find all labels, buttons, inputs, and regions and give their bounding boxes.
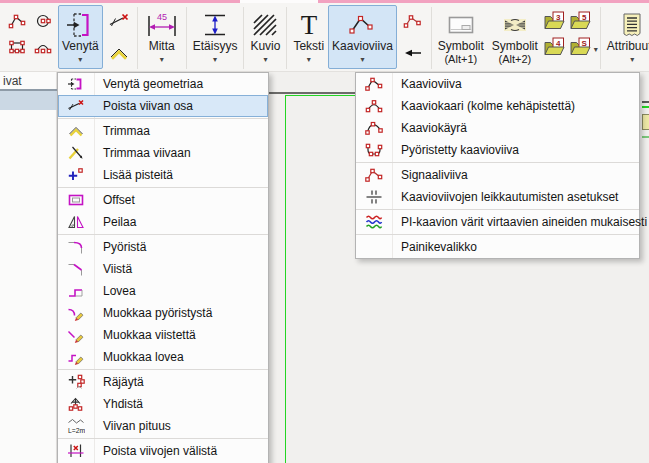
sheet-border-left: [285, 95, 286, 463]
background-highlight-fragment: [642, 114, 649, 130]
menu-item[interactable]: Lovea: [58, 280, 268, 302]
side-panel: ivat: [0, 72, 57, 463]
pi-varit-icon: [356, 213, 392, 231]
menu-separator: [356, 234, 639, 235]
pointer-arrow-button[interactable]: [398, 42, 428, 68]
trim-button[interactable]: [104, 42, 134, 68]
menu-item[interactable]: Muokkaa lovea: [58, 346, 268, 368]
symbol-folder-group: 3 5 4 S ▾: [542, 9, 598, 61]
leikkautumiset-icon: [356, 188, 392, 206]
quick-tools-right-group: [398, 10, 428, 68]
rajayta-icon: [58, 373, 94, 391]
menu-item[interactable]: Yhdistä: [58, 393, 268, 415]
menu-item[interactable]: Muokkaa pyöristystä: [58, 302, 268, 324]
chevron-down-icon: ▾: [360, 55, 364, 64]
trim-chevron-icon: [108, 44, 130, 66]
signal-line-button[interactable]: [398, 10, 428, 36]
menu-item[interactable]: L=2mViivan pituus: [58, 415, 268, 437]
sheet-border-fragment: [642, 136, 649, 138]
circle-tool-button[interactable]: [30, 10, 56, 36]
remove-line-part-button[interactable]: [104, 10, 134, 36]
symbol-folder-3-button[interactable]: 3: [542, 9, 568, 35]
folder-4-icon: 4: [543, 36, 566, 61]
kaavioviiva-icon: [356, 75, 392, 93]
toolbar-separator: [600, 7, 601, 69]
attribuutit-label: Attribuutit: [607, 40, 649, 53]
symbolit-alt2-label: Symbolit: [492, 40, 538, 53]
menu-item[interactable]: Poista viivan osa: [58, 95, 268, 117]
teksti-button[interactable]: T Teksti ▾: [289, 5, 328, 69]
menu-item-label: Trimmaa viivaan: [94, 146, 191, 160]
kaavioviiva-button[interactable]: Kaavioviiva ▾: [328, 5, 397, 69]
svg-text:T: T: [301, 11, 318, 39]
menu-item[interactable]: Kaavioviiva: [356, 73, 639, 95]
side-panel-tab[interactable]: ivat: [0, 72, 56, 88]
menu-item[interactable]: Trimmaa: [58, 120, 268, 142]
attribuutit-button[interactable]: Attribuutit ▾: [603, 5, 649, 69]
toolbar-separator: [243, 7, 244, 69]
venyta-dropdown-menu: Venytä geometriaaPoista viivan osaTrimma…: [57, 72, 269, 463]
menu-item[interactable]: Offset: [58, 189, 268, 211]
symbol-folder-s-button[interactable]: S: [568, 35, 594, 61]
chevron-down-icon: ▾: [630, 55, 634, 64]
menu-item[interactable]: Lisää pisteitä: [58, 164, 268, 186]
chevron-down-icon[interactable]: ▾: [594, 45, 598, 54]
arc-tool-button[interactable]: [30, 36, 56, 62]
menu-item[interactable]: Peilaa: [58, 211, 268, 233]
polyline-tool-button[interactable]: [4, 10, 30, 36]
symbolit-alt1-button[interactable]: Symbolit (Alt+1): [434, 5, 488, 69]
mitta-label: Mitta: [149, 40, 175, 53]
menu-item[interactable]: Pyöristä: [58, 236, 268, 258]
signaaliviiva-icon: [356, 166, 392, 184]
text-icon: T: [297, 9, 321, 40]
muokkaa-lovea-icon: [58, 348, 94, 366]
menu-item[interactable]: Poista viivojen välistä: [58, 440, 268, 462]
kaaviokayra-icon: [356, 119, 392, 137]
menu-item[interactable]: Räjäytä: [58, 371, 268, 393]
etaisyys-button[interactable]: Etäisyys ▾: [189, 5, 242, 69]
menu-item[interactable]: Trimmaa viivaan: [58, 142, 268, 164]
menu-item-label: Trimmaa: [94, 124, 150, 138]
menu-item[interactable]: Venytä geometriaa: [58, 73, 268, 95]
menu-item[interactable]: Muokkaa viistettä: [58, 324, 268, 346]
chevron-down-icon: ▾: [213, 55, 217, 64]
poista-viivan-osa-icon: [58, 97, 94, 115]
muokkaa-viistetta-icon: [58, 326, 94, 344]
symbolit-alt2-button[interactable]: Symbolit (Alt+2): [488, 5, 542, 69]
hatch-icon: [250, 9, 280, 40]
toolbar-separator: [186, 7, 187, 69]
menu-item-label: Viistä: [94, 262, 132, 276]
folder-s-icon: S: [569, 36, 592, 61]
menu-item[interactable]: Kaavioviivojen leikkautumisten asetukset: [356, 186, 639, 208]
viivan-pituus-icon: L=2m: [58, 417, 94, 435]
pyorista-icon: [58, 238, 94, 256]
draw-tools-group: [4, 10, 58, 62]
rectangle-tool-button[interactable]: [4, 36, 30, 62]
menu-item[interactable]: Painikevalikko: [356, 236, 639, 258]
menu-item[interactable]: Kaaviokaari (kolme kehäpistettä): [356, 95, 639, 117]
menu-item-label: Yhdistä: [94, 397, 143, 411]
menu-item[interactable]: Kaaviokäyrä: [356, 117, 639, 139]
symbol-folder-row: 3 5: [542, 9, 598, 35]
menu-item-label: Pyöristetty kaavioviiva: [392, 143, 519, 157]
menu-item[interactable]: Pyöristetty kaavioviiva: [356, 139, 639, 161]
polyline-tool-icon: [8, 12, 26, 34]
side-panel-selected-row[interactable]: [0, 89, 57, 110]
menu-item[interactable]: Signaaliviiva: [356, 164, 639, 186]
menu-item-label: Lisää pisteitä: [94, 168, 173, 182]
circle-tool-icon: [34, 12, 52, 34]
kuvio-button[interactable]: Kuvio ▾: [246, 5, 284, 69]
offset-icon: [58, 191, 94, 209]
menu-item-label: Viivan pituus: [94, 419, 171, 433]
menu-item[interactable]: Viistä: [58, 258, 268, 280]
menu-item[interactable]: PI-kaavion värit virtaavien aineiden muk…: [356, 211, 639, 233]
poista-viivojen-valista-icon: [58, 442, 94, 460]
menu-item-label: PI-kaavion värit virtaavien aineiden muk…: [392, 215, 647, 229]
svg-text:45: 45: [157, 12, 167, 22]
symbol-folder-4-button[interactable]: 4: [542, 35, 568, 61]
menu-item-label: Kaavioviivojen leikkautumisten asetukset: [392, 190, 618, 204]
symbol-folder-5-button[interactable]: 5: [568, 9, 594, 35]
mitta-button[interactable]: 45 Mitta ▾: [140, 5, 184, 69]
venyta-button[interactable]: Venytä ▾: [58, 5, 103, 69]
remove-line-part-icon: [108, 11, 130, 35]
